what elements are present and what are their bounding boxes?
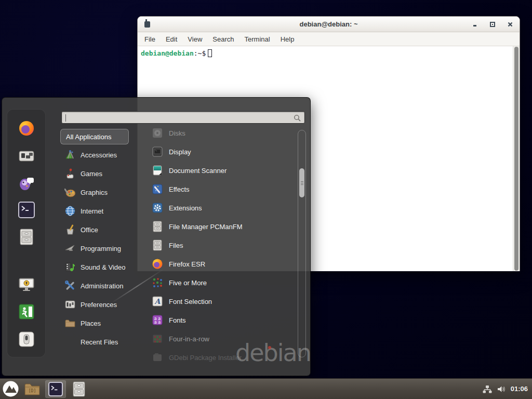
favorite-system-settings[interactable] xyxy=(18,147,35,165)
search-icon xyxy=(294,114,301,122)
close-icon[interactable] xyxy=(507,21,513,28)
programming-icon xyxy=(64,243,76,254)
internet-icon xyxy=(64,205,76,217)
category-administration[interactable]: Administration xyxy=(60,276,142,295)
category-list: All Applications Accessories xyxy=(60,129,142,351)
app-item-font-selection[interactable]: A Font Selection xyxy=(148,292,296,311)
app-item-document-scanner[interactable]: Document Scanner xyxy=(148,161,296,180)
file-cabinet-icon xyxy=(152,221,163,232)
menu-view[interactable]: View xyxy=(182,33,207,45)
svg-text:[D]: [D] xyxy=(29,389,36,393)
category-sound-video[interactable]: Sound & Video xyxy=(60,258,142,276)
category-accessories[interactable]: Accessories xyxy=(60,145,142,164)
text-caret xyxy=(65,114,66,122)
document-scanner-icon xyxy=(152,165,163,176)
four-in-a-row-icon xyxy=(152,333,163,344)
terminal-titlebar[interactable]: debian@debian: ~ xyxy=(138,17,520,32)
category-games[interactable]: Games xyxy=(60,164,142,183)
disks-icon xyxy=(152,127,163,139)
file-cabinet-icon xyxy=(19,229,34,245)
gdebi-icon xyxy=(152,352,163,363)
extensions-icon xyxy=(152,202,163,214)
firefox-icon xyxy=(18,120,35,137)
terminal-cursor xyxy=(208,49,212,57)
terminal-icon xyxy=(48,382,63,396)
system-settings-icon xyxy=(18,148,35,164)
graphics-icon xyxy=(64,187,76,198)
svg-text:a a: a a xyxy=(154,320,161,325)
preferences-icon xyxy=(64,299,76,310)
app-item-firefox-esr[interactable]: Firefox ESR xyxy=(148,255,296,273)
favorites-panel xyxy=(7,109,46,357)
category-preferences[interactable]: Preferences xyxy=(60,295,142,314)
app-item-effects[interactable]: Effects xyxy=(148,180,296,198)
shutdown-button[interactable] xyxy=(18,330,35,348)
app-item-five-or-more[interactable]: Five or More xyxy=(148,273,296,292)
category-graphics[interactable]: Graphics xyxy=(60,183,142,202)
category-places[interactable]: Places xyxy=(60,314,142,332)
taskbar: [D] xyxy=(0,378,532,399)
prompt-suffix: :~$ xyxy=(194,49,206,57)
app-list-scrollbar-thumb[interactable] xyxy=(299,168,304,197)
menu-edit[interactable]: Edit xyxy=(161,33,182,45)
category-recent-files[interactable]: Recent Files xyxy=(60,332,142,351)
accessories-icon xyxy=(64,149,76,161)
favorite-pidgin[interactable] xyxy=(18,174,35,192)
terminal-scrollbar-thumb[interactable] xyxy=(514,47,518,271)
app-item-file-manager-pcmanfm[interactable]: File Manager PCManFM xyxy=(148,217,296,236)
favorite-terminal[interactable] xyxy=(18,201,35,219)
effects-icon xyxy=(152,183,163,195)
file-cabinet-icon xyxy=(152,240,163,251)
five-or-more-icon xyxy=(152,277,163,288)
maximize-icon[interactable] xyxy=(489,21,496,28)
app-item-extensions[interactable]: Extensions xyxy=(148,198,296,217)
menu-logo-icon xyxy=(3,381,19,397)
app-item-disks[interactable]: Disks xyxy=(148,124,296,142)
file-manager-launcher[interactable] xyxy=(70,380,88,398)
terminal-scrollbar[interactable] xyxy=(513,46,520,271)
network-icon[interactable] xyxy=(483,385,492,393)
places-folder-icon xyxy=(64,317,76,329)
app-item-four-in-a-row[interactable]: Four-in-a-row xyxy=(148,329,296,348)
menu-terminal[interactable]: Terminal xyxy=(240,33,275,45)
prompt-user-host: debian@debian xyxy=(141,49,194,57)
app-item-display[interactable]: Display xyxy=(148,142,296,161)
pidgin-icon xyxy=(18,175,35,191)
folder-launcher[interactable]: [D] xyxy=(23,380,41,398)
favorite-files[interactable] xyxy=(18,228,35,246)
application-list: Disks Display Document Scanner Effects E… xyxy=(148,124,296,367)
sound-video-icon xyxy=(64,261,76,273)
taskbar-clock[interactable]: 01:06 xyxy=(511,385,528,393)
app-item-files[interactable]: Files xyxy=(148,236,296,255)
category-all-applications[interactable]: All Applications xyxy=(60,129,129,144)
logout-button[interactable] xyxy=(18,303,35,321)
menu-file[interactable]: File xyxy=(139,33,161,45)
category-programming[interactable]: Programming xyxy=(60,239,142,258)
volume-icon[interactable] xyxy=(497,385,506,393)
display-icon xyxy=(152,146,163,157)
application-menu: debian xyxy=(2,97,311,376)
menu-button[interactable] xyxy=(2,380,19,398)
search-box xyxy=(61,111,305,124)
category-internet[interactable]: Internet xyxy=(60,202,142,220)
app-list-scrollbar[interactable] xyxy=(298,130,306,357)
lock-screen-button[interactable] xyxy=(18,276,35,294)
file-cabinet-icon xyxy=(72,381,86,397)
app-item-gdebi-package-installer[interactable]: GDebi Package Installer xyxy=(148,348,296,367)
favorite-firefox[interactable] xyxy=(18,119,35,137)
terminal-menubar: File Edit View Search Terminal Help xyxy=(138,32,520,46)
minimize-icon[interactable] xyxy=(472,21,478,28)
menu-search[interactable]: Search xyxy=(207,33,239,45)
window-title: debian@debian: ~ xyxy=(138,20,520,28)
lock-screen-icon xyxy=(18,277,35,292)
menu-help[interactable]: Help xyxy=(275,33,300,45)
category-office[interactable]: Office xyxy=(60,220,142,239)
taskbar-window-terminal[interactable] xyxy=(45,380,66,398)
fonts-icon: a aa a xyxy=(152,314,163,326)
folder-icon: [D] xyxy=(24,382,41,396)
app-item-fonts[interactable]: a aa a Fonts xyxy=(148,311,296,329)
games-icon xyxy=(64,168,76,179)
shutdown-icon xyxy=(19,331,34,347)
terminal-icon xyxy=(18,202,35,218)
search-input[interactable] xyxy=(62,112,304,123)
